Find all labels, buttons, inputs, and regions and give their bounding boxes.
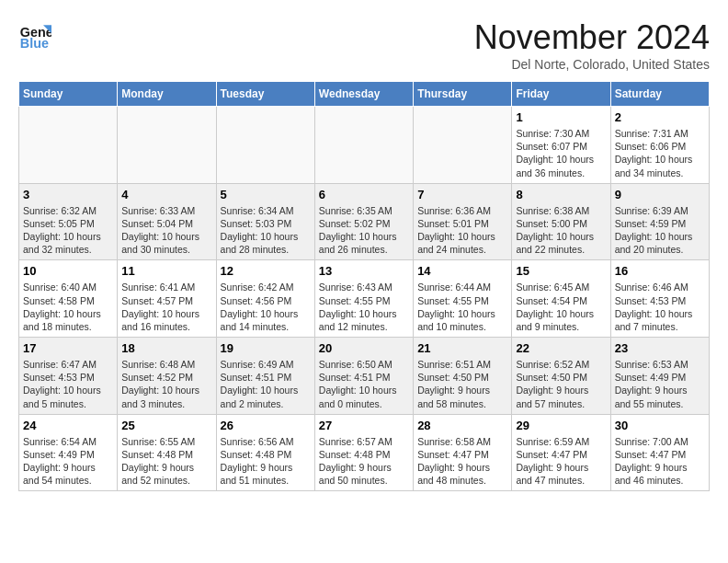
calendar-cell: 21Sunrise: 6:51 AMSunset: 4:50 PMDayligh…	[414, 338, 512, 415]
day-number: 7	[417, 188, 507, 201]
day-number: 4	[121, 188, 211, 201]
calendar-cell: 25Sunrise: 6:55 AMSunset: 4:48 PMDayligh…	[118, 414, 216, 491]
cell-text: and 7 minutes.	[615, 320, 705, 333]
cell-text: Daylight: 9 hours	[417, 461, 507, 474]
cell-text: Sunset: 4:50 PM	[516, 371, 606, 384]
cell-text: Sunset: 4:50 PM	[417, 371, 507, 384]
day-number: 3	[23, 188, 113, 201]
calendar-cell: 15Sunrise: 6:45 AMSunset: 4:54 PMDayligh…	[512, 260, 610, 338]
cell-text: and 50 minutes.	[319, 474, 409, 487]
cell-text: and 32 minutes.	[23, 243, 113, 256]
cell-text: Daylight: 10 hours	[121, 307, 211, 320]
calendar-cell: 24Sunrise: 6:54 AMSunset: 4:49 PMDayligh…	[19, 414, 118, 491]
cell-text: and 20 minutes.	[615, 243, 705, 256]
cell-text: Daylight: 9 hours	[121, 461, 211, 474]
cell-text: and 5 minutes.	[23, 397, 113, 410]
day-number: 8	[516, 188, 606, 201]
cell-text: Sunset: 4:55 PM	[417, 294, 507, 307]
cell-text: and 16 minutes.	[121, 320, 211, 333]
cell-text: and 26 minutes.	[319, 243, 409, 256]
calendar-cell: 26Sunrise: 6:56 AMSunset: 4:48 PMDayligh…	[216, 414, 314, 491]
day-number: 5	[221, 188, 311, 201]
calendar-cell: 28Sunrise: 6:58 AMSunset: 4:47 PMDayligh…	[414, 414, 512, 491]
cell-text: Sunrise: 7:31 AM	[615, 127, 705, 140]
calendar-cell	[19, 107, 118, 184]
cell-text: Sunrise: 7:00 AM	[615, 435, 705, 448]
cell-text: and 55 minutes.	[615, 397, 705, 410]
cell-text: Sunset: 4:48 PM	[319, 448, 409, 461]
cell-text: Sunrise: 6:55 AM	[121, 435, 211, 448]
day-number: 9	[615, 188, 705, 201]
cell-text: and 10 minutes.	[417, 320, 507, 333]
day-number: 22	[516, 341, 606, 355]
cell-text: Sunset: 4:59 PM	[615, 217, 705, 230]
cell-text: and 57 minutes.	[516, 397, 606, 410]
cell-text: Sunset: 4:51 PM	[319, 371, 409, 384]
cell-text: Sunset: 5:04 PM	[121, 217, 211, 230]
day-number: 1	[516, 110, 606, 124]
cell-text: and 28 minutes.	[221, 243, 311, 256]
day-number: 6	[319, 188, 409, 201]
cell-text: Sunrise: 6:54 AM	[23, 435, 113, 448]
cell-text: Daylight: 10 hours	[417, 307, 507, 320]
cell-text: and 14 minutes.	[221, 320, 311, 333]
cell-text: Sunrise: 6:45 AM	[516, 281, 606, 293]
cell-text: Daylight: 10 hours	[516, 153, 606, 166]
cell-text: and 48 minutes.	[417, 474, 507, 487]
cell-text: Daylight: 10 hours	[221, 230, 311, 243]
calendar-cell: 29Sunrise: 6:59 AMSunset: 4:47 PMDayligh…	[512, 414, 610, 491]
cell-text: Daylight: 10 hours	[615, 307, 705, 320]
calendar-cell: 2Sunrise: 7:31 AMSunset: 6:06 PMDaylight…	[610, 107, 709, 184]
cell-text: Sunset: 5:01 PM	[417, 217, 507, 230]
cell-text: Sunrise: 6:51 AM	[417, 358, 507, 371]
cell-text: and 58 minutes.	[417, 397, 507, 410]
cell-text: Daylight: 10 hours	[516, 307, 606, 320]
calendar-cell	[414, 107, 512, 184]
day-header-thursday: Thursday	[414, 82, 512, 107]
calendar-cell: 9Sunrise: 6:39 AMSunset: 4:59 PMDaylight…	[610, 183, 709, 260]
cell-text: Sunrise: 6:53 AM	[615, 358, 705, 371]
cell-text: Sunset: 4:47 PM	[615, 448, 705, 461]
cell-text: Daylight: 10 hours	[319, 384, 409, 396]
cell-text: Daylight: 10 hours	[23, 384, 113, 396]
cell-text: Daylight: 10 hours	[417, 230, 507, 243]
cell-text: Sunrise: 6:34 AM	[221, 204, 311, 217]
day-number: 18	[121, 341, 211, 355]
cell-text: Daylight: 10 hours	[615, 230, 705, 243]
calendar-cell: 22Sunrise: 6:52 AMSunset: 4:50 PMDayligh…	[512, 338, 610, 415]
cell-text: Sunrise: 6:56 AM	[221, 435, 311, 448]
cell-text: Sunset: 4:49 PM	[23, 448, 113, 461]
cell-text: Daylight: 9 hours	[516, 384, 606, 396]
cell-text: Daylight: 10 hours	[121, 384, 211, 396]
calendar-cell: 19Sunrise: 6:49 AMSunset: 4:51 PMDayligh…	[216, 338, 314, 415]
calendar-cell: 16Sunrise: 6:46 AMSunset: 4:53 PMDayligh…	[610, 260, 709, 338]
cell-text: Daylight: 10 hours	[319, 230, 409, 243]
cell-text: and 30 minutes.	[121, 243, 211, 256]
cell-text: Daylight: 10 hours	[23, 230, 113, 243]
cell-text: Sunrise: 6:32 AM	[23, 204, 113, 217]
calendar-cell: 1Sunrise: 7:30 AMSunset: 6:07 PMDaylight…	[512, 107, 610, 184]
cell-text: Sunrise: 6:46 AM	[615, 281, 705, 293]
calendar-cell: 11Sunrise: 6:41 AMSunset: 4:57 PMDayligh…	[118, 260, 216, 338]
cell-text: Sunset: 5:02 PM	[319, 217, 409, 230]
cell-text: Daylight: 10 hours	[319, 307, 409, 320]
location-title: Del Norte, Colorado, United States	[474, 57, 710, 72]
calendar-cell: 20Sunrise: 6:50 AMSunset: 4:51 PMDayligh…	[314, 338, 413, 415]
day-number: 26	[221, 419, 311, 432]
calendar-cell: 12Sunrise: 6:42 AMSunset: 4:56 PMDayligh…	[216, 260, 314, 338]
cell-text: and 2 minutes.	[221, 397, 311, 410]
page-header: General Blue November 2024 Del Norte, Co…	[18, 18, 710, 72]
cell-text: and 36 minutes.	[516, 167, 606, 179]
cell-text: and 46 minutes.	[615, 474, 705, 487]
cell-text: Sunset: 4:47 PM	[516, 448, 606, 461]
calendar-cell: 8Sunrise: 6:38 AMSunset: 5:00 PMDaylight…	[512, 183, 610, 260]
cell-text: Daylight: 10 hours	[23, 307, 113, 320]
cell-text: and 18 minutes.	[23, 320, 113, 333]
cell-text: Daylight: 9 hours	[221, 461, 311, 474]
day-number: 21	[417, 341, 507, 355]
calendar-cell: 13Sunrise: 6:43 AMSunset: 4:55 PMDayligh…	[314, 260, 413, 338]
cell-text: Daylight: 9 hours	[319, 461, 409, 474]
calendar-cell: 4Sunrise: 6:33 AMSunset: 5:04 PMDaylight…	[118, 183, 216, 260]
cell-text: Sunset: 4:47 PM	[417, 448, 507, 461]
day-number: 30	[615, 419, 705, 432]
